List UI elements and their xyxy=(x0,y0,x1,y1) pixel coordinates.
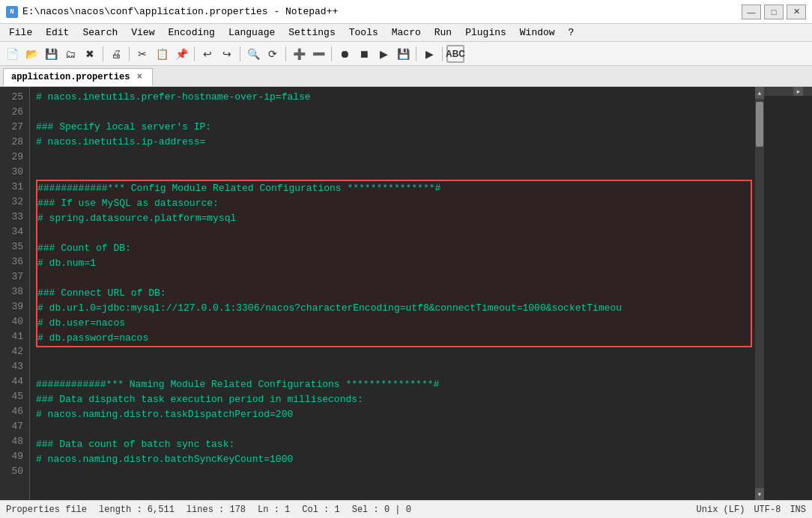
status-ins: INS xyxy=(790,505,806,515)
save-button[interactable]: 💾 xyxy=(42,45,60,63)
zoom-out-button[interactable]: ➖ xyxy=(309,45,327,63)
code-line: # db.user=nacos xyxy=(36,316,752,331)
toolbar-separator-3 xyxy=(194,46,195,61)
line-number: 49 xyxy=(6,449,23,464)
macro-save-button[interactable]: 💾 xyxy=(394,45,412,63)
scroll-thumb[interactable] xyxy=(756,102,763,147)
line-number: 41 xyxy=(6,329,23,344)
menu-tools[interactable]: Tools xyxy=(343,25,384,41)
find-button[interactable]: 🔍 xyxy=(244,45,262,63)
code-line: ############*** Naming Module Related Co… xyxy=(36,377,752,392)
vertical-scrollbar[interactable]: ▲ ▼ xyxy=(755,87,764,500)
menu-encoding[interactable]: Encoding xyxy=(162,25,220,41)
line-number: 46 xyxy=(6,404,23,419)
code-line xyxy=(36,226,752,241)
scroll-down-button[interactable]: ▼ xyxy=(755,488,764,500)
spellcheck-button[interactable]: ABC xyxy=(446,45,464,63)
code-line xyxy=(36,467,752,482)
menu-plugins[interactable]: Plugins xyxy=(459,25,512,41)
menu-edit[interactable]: Edit xyxy=(40,25,75,41)
menu-view[interactable]: View xyxy=(125,25,160,41)
window-controls[interactable]: — □ ✕ xyxy=(742,4,806,19)
menu-search[interactable]: Search xyxy=(76,25,124,41)
line-number: 27 xyxy=(6,120,23,135)
line-number: 44 xyxy=(6,374,23,389)
code-line: # nacos.naming.distro.batchSyncKeyCount=… xyxy=(36,452,752,467)
editor-main-row: 2526272829303132333435363738394041424344… xyxy=(0,87,764,500)
minimize-button[interactable]: — xyxy=(742,4,761,19)
code-line: ############*** Config Module Related Co… xyxy=(36,180,752,196)
new-button[interactable]: 📄 xyxy=(3,45,21,63)
line-number: 30 xyxy=(6,165,23,180)
menu-help[interactable]: ? xyxy=(563,25,581,41)
scroll-up-button[interactable]: ▲ xyxy=(755,87,764,99)
menu-window[interactable]: Window xyxy=(514,25,561,41)
cut-button[interactable]: ✂ xyxy=(133,45,151,63)
print-button[interactable]: 🖨 xyxy=(107,45,125,63)
macro-record-button[interactable]: ⏺ xyxy=(336,45,354,63)
line-number: 26 xyxy=(6,105,23,120)
status-eol: Unix (LF) xyxy=(697,505,745,515)
line-number: 33 xyxy=(6,210,23,225)
maximize-button[interactable]: □ xyxy=(764,4,784,19)
code-editor[interactable]: # nacos.inetutils.prefer-hostname-over-i… xyxy=(30,87,755,485)
undo-button[interactable]: ↩ xyxy=(199,45,216,63)
replace-button[interactable]: ⟳ xyxy=(264,45,282,63)
macro-stop-button[interactable]: ⏹ xyxy=(355,45,373,63)
code-line: ### If use MySQL as datasource: xyxy=(36,196,752,211)
close-doc-button[interactable]: ✖ xyxy=(81,45,99,63)
tab-bar: application.properties × xyxy=(0,66,812,87)
menu-file[interactable]: File xyxy=(3,25,38,41)
app-icon: N xyxy=(6,6,18,18)
code-line: # nacos.inetutils.ip-address= xyxy=(36,135,752,150)
menu-language[interactable]: Language xyxy=(222,25,281,41)
redo-button[interactable]: ↪ xyxy=(218,45,236,63)
title-bar-left: N E:\nacos\nacos\conf\application.proper… xyxy=(6,6,338,18)
horizontal-scrollbar[interactable]: ◄ ► xyxy=(794,87,803,96)
line-number: 43 xyxy=(6,359,23,374)
paste-button[interactable]: 📌 xyxy=(172,45,190,63)
toolbar-separator-7 xyxy=(416,46,416,61)
line-number: 31 xyxy=(6,180,23,195)
status-ln: Ln : 1 xyxy=(258,505,290,515)
macro-play-button[interactable]: ▶ xyxy=(375,45,393,63)
open-button[interactable]: 📂 xyxy=(22,45,40,63)
line-number: 32 xyxy=(6,195,23,210)
status-length: length : 6,511 xyxy=(99,505,175,515)
code-panel: 2526272829303132333435363738394041424344… xyxy=(0,87,755,500)
status-right: Unix (LF) UTF-8 INS xyxy=(697,505,806,515)
close-button[interactable]: ✕ xyxy=(787,4,806,19)
code-line: # nacos.inetutils.prefer-hostname-over-i… xyxy=(36,90,752,105)
menu-settings[interactable]: Settings xyxy=(282,25,341,41)
save-all-button[interactable]: 🗂 xyxy=(61,45,79,63)
window-title: E:\nacos\nacos\conf\application.properti… xyxy=(22,6,338,17)
tab-application-properties[interactable]: application.properties × xyxy=(3,68,153,86)
line-number: 45 xyxy=(6,389,23,404)
toolbar-separator-1 xyxy=(103,46,103,61)
line-number: 42 xyxy=(6,344,23,359)
hscroll-corner-right xyxy=(803,87,812,96)
status-left: Properties file length : 6,511 lines : 1… xyxy=(6,505,411,515)
line-number: 39 xyxy=(6,299,23,314)
menu-macro[interactable]: Macro xyxy=(386,25,427,41)
code-line: # db.num=1 xyxy=(36,256,752,271)
code-line: ### Connect URL of DB: xyxy=(36,286,752,301)
code-scroll-area[interactable]: # nacos.inetutils.prefer-hostname-over-i… xyxy=(30,87,755,500)
toolbar-separator-4 xyxy=(240,46,240,61)
hscroll-right-button[interactable]: ► xyxy=(794,87,803,96)
line-number: 47 xyxy=(6,419,23,434)
copy-button[interactable]: 📋 xyxy=(153,45,171,63)
code-line xyxy=(36,271,752,286)
status-encoding: UTF-8 xyxy=(754,505,781,515)
line-number: 34 xyxy=(6,225,23,240)
status-file-type: Properties file xyxy=(6,505,87,515)
code-line: ### Data dispatch task execution period … xyxy=(36,392,752,407)
toolbar: 📄 📂 💾 🗂 ✖ 🖨 ✂ 📋 📌 ↩ ↪ 🔍 ⟳ ➕ ➖ ⏺ ⏹ ▶ 💾 ▶ … xyxy=(0,42,812,66)
code-line xyxy=(36,347,752,362)
code-line: # db.url.0=jdbc:mysql://127.0.0.1:3306/n… xyxy=(36,301,752,316)
tab-close-button[interactable]: × xyxy=(134,72,145,82)
run-button[interactable]: ▶ xyxy=(420,45,438,63)
menu-run[interactable]: Run xyxy=(428,25,458,41)
status-lines: lines : 178 xyxy=(187,505,246,515)
zoom-in-button[interactable]: ➕ xyxy=(290,45,308,63)
